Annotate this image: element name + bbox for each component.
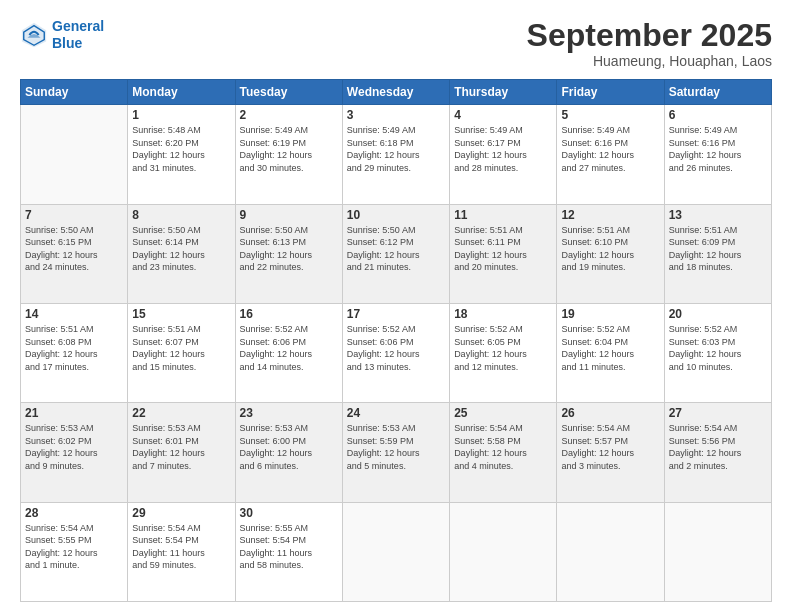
calendar-cell: 21Sunrise: 5:53 AM Sunset: 6:02 PM Dayli… [21, 403, 128, 502]
day-number: 26 [561, 406, 659, 420]
calendar-week-row: 7Sunrise: 5:50 AM Sunset: 6:15 PM Daylig… [21, 204, 772, 303]
day-info: Sunrise: 5:54 AM Sunset: 5:54 PM Dayligh… [132, 522, 230, 572]
calendar-header-monday: Monday [128, 80, 235, 105]
day-number: 3 [347, 108, 445, 122]
calendar-header-sunday: Sunday [21, 80, 128, 105]
calendar-cell [557, 502, 664, 601]
calendar-week-row: 21Sunrise: 5:53 AM Sunset: 6:02 PM Dayli… [21, 403, 772, 502]
day-info: Sunrise: 5:50 AM Sunset: 6:15 PM Dayligh… [25, 224, 123, 274]
day-info: Sunrise: 5:50 AM Sunset: 6:14 PM Dayligh… [132, 224, 230, 274]
day-info: Sunrise: 5:52 AM Sunset: 6:04 PM Dayligh… [561, 323, 659, 373]
calendar-cell: 10Sunrise: 5:50 AM Sunset: 6:12 PM Dayli… [342, 204, 449, 303]
day-info: Sunrise: 5:53 AM Sunset: 5:59 PM Dayligh… [347, 422, 445, 472]
calendar-cell: 30Sunrise: 5:55 AM Sunset: 5:54 PM Dayli… [235, 502, 342, 601]
day-info: Sunrise: 5:49 AM Sunset: 6:19 PM Dayligh… [240, 124, 338, 174]
calendar-week-row: 1Sunrise: 5:48 AM Sunset: 6:20 PM Daylig… [21, 105, 772, 204]
day-number: 7 [25, 208, 123, 222]
calendar-cell: 6Sunrise: 5:49 AM Sunset: 6:16 PM Daylig… [664, 105, 771, 204]
day-number: 10 [347, 208, 445, 222]
calendar-cell: 12Sunrise: 5:51 AM Sunset: 6:10 PM Dayli… [557, 204, 664, 303]
day-info: Sunrise: 5:51 AM Sunset: 6:10 PM Dayligh… [561, 224, 659, 274]
logo-text: General Blue [52, 18, 104, 52]
logo-general: General [52, 18, 104, 34]
calendar-week-row: 14Sunrise: 5:51 AM Sunset: 6:08 PM Dayli… [21, 303, 772, 402]
calendar-cell: 1Sunrise: 5:48 AM Sunset: 6:20 PM Daylig… [128, 105, 235, 204]
calendar-cell: 7Sunrise: 5:50 AM Sunset: 6:15 PM Daylig… [21, 204, 128, 303]
calendar-cell: 3Sunrise: 5:49 AM Sunset: 6:18 PM Daylig… [342, 105, 449, 204]
logo-blue: Blue [52, 35, 82, 51]
day-info: Sunrise: 5:52 AM Sunset: 6:06 PM Dayligh… [240, 323, 338, 373]
day-info: Sunrise: 5:50 AM Sunset: 6:13 PM Dayligh… [240, 224, 338, 274]
calendar-header-row: SundayMondayTuesdayWednesdayThursdayFrid… [21, 80, 772, 105]
day-info: Sunrise: 5:52 AM Sunset: 6:05 PM Dayligh… [454, 323, 552, 373]
day-info: Sunrise: 5:48 AM Sunset: 6:20 PM Dayligh… [132, 124, 230, 174]
day-number: 28 [25, 506, 123, 520]
day-number: 13 [669, 208, 767, 222]
calendar-cell: 13Sunrise: 5:51 AM Sunset: 6:09 PM Dayli… [664, 204, 771, 303]
day-number: 1 [132, 108, 230, 122]
calendar-cell: 18Sunrise: 5:52 AM Sunset: 6:05 PM Dayli… [450, 303, 557, 402]
calendar-cell: 15Sunrise: 5:51 AM Sunset: 6:07 PM Dayli… [128, 303, 235, 402]
calendar-cell: 29Sunrise: 5:54 AM Sunset: 5:54 PM Dayli… [128, 502, 235, 601]
day-number: 29 [132, 506, 230, 520]
day-info: Sunrise: 5:54 AM Sunset: 5:56 PM Dayligh… [669, 422, 767, 472]
day-info: Sunrise: 5:51 AM Sunset: 6:09 PM Dayligh… [669, 224, 767, 274]
location-subtitle: Huameung, Houaphan, Laos [527, 53, 772, 69]
day-info: Sunrise: 5:49 AM Sunset: 6:16 PM Dayligh… [561, 124, 659, 174]
calendar-cell: 4Sunrise: 5:49 AM Sunset: 6:17 PM Daylig… [450, 105, 557, 204]
day-info: Sunrise: 5:51 AM Sunset: 6:08 PM Dayligh… [25, 323, 123, 373]
calendar-cell: 8Sunrise: 5:50 AM Sunset: 6:14 PM Daylig… [128, 204, 235, 303]
day-number: 12 [561, 208, 659, 222]
calendar-cell: 22Sunrise: 5:53 AM Sunset: 6:01 PM Dayli… [128, 403, 235, 502]
calendar-header-thursday: Thursday [450, 80, 557, 105]
day-info: Sunrise: 5:49 AM Sunset: 6:18 PM Dayligh… [347, 124, 445, 174]
day-number: 19 [561, 307, 659, 321]
day-number: 6 [669, 108, 767, 122]
day-info: Sunrise: 5:51 AM Sunset: 6:07 PM Dayligh… [132, 323, 230, 373]
header: General Blue September 2025 Huameung, Ho… [20, 18, 772, 69]
calendar-cell: 27Sunrise: 5:54 AM Sunset: 5:56 PM Dayli… [664, 403, 771, 502]
calendar-header-saturday: Saturday [664, 80, 771, 105]
calendar-cell: 16Sunrise: 5:52 AM Sunset: 6:06 PM Dayli… [235, 303, 342, 402]
day-number: 4 [454, 108, 552, 122]
title-block: September 2025 Huameung, Houaphan, Laos [527, 18, 772, 69]
calendar-cell: 9Sunrise: 5:50 AM Sunset: 6:13 PM Daylig… [235, 204, 342, 303]
day-info: Sunrise: 5:49 AM Sunset: 6:17 PM Dayligh… [454, 124, 552, 174]
calendar-cell: 28Sunrise: 5:54 AM Sunset: 5:55 PM Dayli… [21, 502, 128, 601]
calendar-cell [664, 502, 771, 601]
calendar-cell: 5Sunrise: 5:49 AM Sunset: 6:16 PM Daylig… [557, 105, 664, 204]
day-number: 18 [454, 307, 552, 321]
day-info: Sunrise: 5:53 AM Sunset: 6:01 PM Dayligh… [132, 422, 230, 472]
calendar-cell: 17Sunrise: 5:52 AM Sunset: 6:06 PM Dayli… [342, 303, 449, 402]
calendar-header-tuesday: Tuesday [235, 80, 342, 105]
calendar-cell: 23Sunrise: 5:53 AM Sunset: 6:00 PM Dayli… [235, 403, 342, 502]
day-number: 30 [240, 506, 338, 520]
calendar-cell: 2Sunrise: 5:49 AM Sunset: 6:19 PM Daylig… [235, 105, 342, 204]
day-number: 27 [669, 406, 767, 420]
day-info: Sunrise: 5:54 AM Sunset: 5:58 PM Dayligh… [454, 422, 552, 472]
day-number: 16 [240, 307, 338, 321]
calendar-cell: 11Sunrise: 5:51 AM Sunset: 6:11 PM Dayli… [450, 204, 557, 303]
day-number: 9 [240, 208, 338, 222]
day-info: Sunrise: 5:53 AM Sunset: 6:00 PM Dayligh… [240, 422, 338, 472]
day-number: 14 [25, 307, 123, 321]
day-info: Sunrise: 5:50 AM Sunset: 6:12 PM Dayligh… [347, 224, 445, 274]
calendar-header-friday: Friday [557, 80, 664, 105]
day-number: 15 [132, 307, 230, 321]
day-info: Sunrise: 5:54 AM Sunset: 5:57 PM Dayligh… [561, 422, 659, 472]
day-info: Sunrise: 5:55 AM Sunset: 5:54 PM Dayligh… [240, 522, 338, 572]
day-info: Sunrise: 5:51 AM Sunset: 6:11 PM Dayligh… [454, 224, 552, 274]
calendar-cell: 20Sunrise: 5:52 AM Sunset: 6:03 PM Dayli… [664, 303, 771, 402]
calendar-cell [342, 502, 449, 601]
day-info: Sunrise: 5:52 AM Sunset: 6:03 PM Dayligh… [669, 323, 767, 373]
day-info: Sunrise: 5:52 AM Sunset: 6:06 PM Dayligh… [347, 323, 445, 373]
day-number: 8 [132, 208, 230, 222]
logo: General Blue [20, 18, 104, 52]
calendar-cell: 24Sunrise: 5:53 AM Sunset: 5:59 PM Dayli… [342, 403, 449, 502]
calendar-week-row: 28Sunrise: 5:54 AM Sunset: 5:55 PM Dayli… [21, 502, 772, 601]
calendar-cell: 25Sunrise: 5:54 AM Sunset: 5:58 PM Dayli… [450, 403, 557, 502]
calendar-cell: 19Sunrise: 5:52 AM Sunset: 6:04 PM Dayli… [557, 303, 664, 402]
day-number: 25 [454, 406, 552, 420]
day-number: 17 [347, 307, 445, 321]
day-info: Sunrise: 5:49 AM Sunset: 6:16 PM Dayligh… [669, 124, 767, 174]
